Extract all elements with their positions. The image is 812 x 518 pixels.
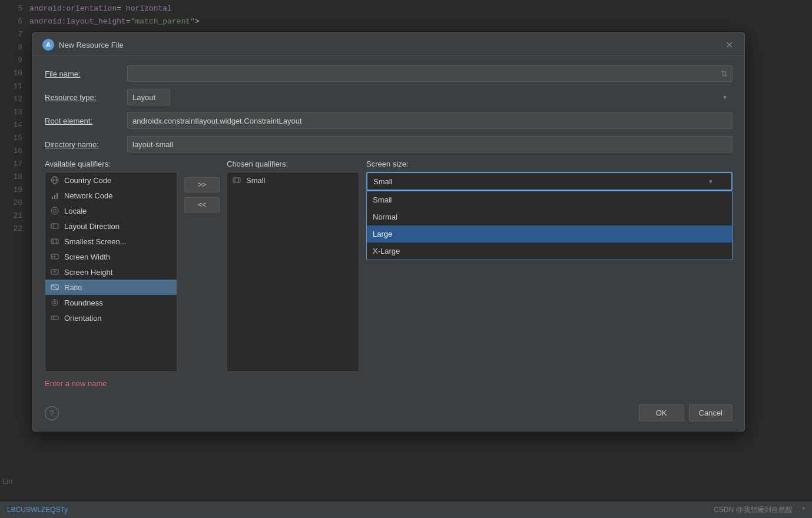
error-message: Enter a new name (45, 379, 733, 388)
available-qualifiers-label: Available qualifiers: (45, 160, 177, 168)
svg-point-6 (51, 207, 58, 214)
dialog-footer: ? OK Cancel (33, 397, 744, 431)
screen-size-select-button[interactable]: Small (366, 172, 733, 191)
ratio-icon (50, 283, 59, 292)
screen-size-option-small[interactable]: Small (367, 191, 732, 208)
dialog-titlebar: A New Resource File ✕ (33, 33, 744, 56)
code-line-5: 5 android:orientation= horizontal (0, 2, 812, 15)
locale-icon (50, 206, 59, 215)
screen-size-label: Screen size: (366, 160, 733, 168)
screen-height-icon (50, 267, 59, 277)
file-name-label: File name: (45, 69, 127, 78)
add-qualifier-button[interactable]: >> (184, 177, 220, 192)
qualifier-smallest-screen[interactable]: Smallest Screen... (45, 234, 177, 249)
screen-size-option-large[interactable]: Large (367, 225, 732, 243)
close-button[interactable]: ✕ (723, 39, 735, 51)
bottom-right-text: CSDN @我想睡到自然醒 . . * (714, 505, 805, 515)
screen-size-section: Screen size: Small Small Normal Large X-… (366, 160, 733, 191)
smallest-screen-icon (50, 237, 59, 246)
roundness-icon (50, 298, 59, 307)
qualifier-layout-direction[interactable]: Layout Direction (45, 218, 177, 234)
directory-name-label: Directory name: (45, 140, 127, 149)
dialog-app-icon: A (42, 39, 54, 51)
svg-rect-5 (57, 193, 58, 199)
svg-point-7 (54, 210, 57, 212)
new-resource-file-dialog: A New Resource File ✕ File name: ⇅ Resou… (32, 32, 745, 431)
code-line-6: 6 android:layout_height="match_parent"> (0, 15, 812, 28)
svg-rect-24 (51, 316, 58, 320)
chosen-small-icon (232, 175, 241, 185)
dialog-title-left: A New Resource File (42, 39, 124, 51)
svg-rect-3 (52, 197, 53, 199)
help-button[interactable]: ? (45, 406, 59, 420)
root-element-row: Root element: (45, 112, 733, 129)
qualifier-screen-height[interactable]: Screen Height (45, 264, 177, 280)
qualifier-screen-width[interactable]: Screen Width (45, 249, 177, 264)
root-element-input[interactable] (127, 112, 733, 129)
chosen-qualifiers-label: Chosen qualifiers: (227, 160, 359, 168)
transfer-buttons: >> << (184, 160, 220, 212)
resource-type-select[interactable]: Layout Drawable Values Menu Color Mipmap (127, 89, 170, 105)
remove-qualifier-button[interactable]: << (184, 197, 220, 212)
dialog-body: File name: ⇅ Resource type: Layout Drawa… (33, 56, 744, 397)
svg-rect-26 (233, 178, 240, 182)
country-code-icon (50, 175, 59, 185)
dialog-title: New Resource File (59, 41, 124, 49)
layout-direction-icon (50, 221, 59, 231)
chosen-qualifiers-container: Chosen qualifiers: Small (227, 160, 359, 372)
screen-size-dropdown-menu: Small Normal Large X-Large (366, 191, 733, 260)
lin-sidebar-text: Lin (0, 477, 12, 486)
screen-size-dropdown: Small Small Normal Large X-Large (366, 172, 733, 191)
svg-point-22 (54, 301, 56, 304)
qualifier-locale[interactable]: Locale (45, 203, 177, 218)
root-element-label: Root element: (45, 117, 127, 125)
network-code-icon (50, 191, 59, 200)
file-name-row: File name: ⇅ (45, 65, 733, 82)
qualifier-ratio[interactable]: Ratio (45, 280, 177, 295)
svg-rect-4 (54, 195, 55, 199)
screen-size-option-xlarge[interactable]: X-Large (367, 243, 732, 260)
svg-rect-10 (51, 239, 58, 244)
bottom-left-text: LBCUSWLZEQSTy (7, 506, 68, 514)
screen-width-icon (50, 252, 59, 261)
qualifiers-section: Available qualifiers: Country Code (45, 160, 733, 372)
qualifier-roundness[interactable]: Roundness (45, 295, 177, 310)
svg-rect-8 (51, 224, 58, 228)
qualifier-orientation[interactable]: Orientation (45, 310, 177, 326)
svg-line-20 (51, 285, 58, 290)
footer-buttons: OK Cancel (639, 404, 733, 421)
resource-type-label: Resource type: (45, 93, 127, 102)
available-qualifiers-list: Country Code Network Code (45, 172, 177, 372)
qualifier-network-code[interactable]: Network Code (45, 188, 177, 203)
chosen-qualifiers-list: Small (227, 172, 359, 372)
file-name-input[interactable] (127, 65, 733, 82)
available-qualifiers-container: Available qualifiers: Country Code (45, 160, 177, 372)
qualifier-country-code[interactable]: Country Code (45, 172, 177, 188)
directory-name-row: Directory name: (45, 136, 733, 152)
directory-name-input[interactable] (127, 136, 733, 152)
resource-type-row: Resource type: Layout Drawable Values Me… (45, 89, 733, 105)
chosen-item-small[interactable]: Small (227, 172, 359, 188)
ok-button[interactable]: OK (639, 404, 684, 421)
sort-icon: ⇅ (716, 65, 733, 82)
screen-size-option-normal[interactable]: Normal (367, 208, 732, 225)
cancel-button[interactable]: Cancel (689, 404, 733, 421)
orientation-icon (50, 313, 59, 323)
bottom-bar: LBCUSWLZEQSTy CSDN @我想睡到自然醒 . . * (0, 502, 812, 518)
